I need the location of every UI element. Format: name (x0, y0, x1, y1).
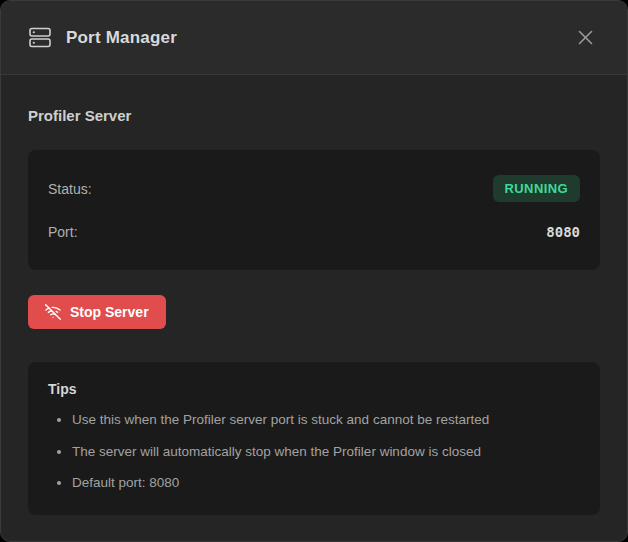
tips-heading: Tips (48, 381, 580, 397)
port-manager-dialog: Port Manager Profiler Server Status: RUN… (0, 0, 628, 542)
stop-server-button[interactable]: Stop Server (28, 295, 166, 329)
stop-server-label: Stop Server (70, 304, 149, 320)
tips-panel: Tips Use this when the Profiler server p… (28, 362, 600, 515)
section-heading: Profiler Server (28, 107, 600, 124)
port-label: Port: (48, 224, 78, 240)
status-label: Status: (48, 181, 92, 197)
status-row: Status: RUNNING (48, 174, 580, 203)
window-title: Port Manager (66, 28, 177, 48)
dialog-body: Profiler Server Status: RUNNING Port: 80… (1, 75, 627, 515)
status-badge: RUNNING (493, 175, 580, 202)
port-value: 8080 (546, 224, 580, 240)
close-button[interactable] (571, 24, 599, 52)
status-panel: Status: RUNNING Port: 8080 (28, 150, 600, 270)
tip-item: Use this when the Profiler server port i… (72, 410, 580, 430)
tip-item: The server will automatically stop when … (72, 442, 580, 462)
disconnect-icon (45, 304, 61, 320)
close-icon (577, 29, 594, 46)
tip-item: Default port: 8080 (72, 473, 580, 493)
server-stack-icon (29, 27, 51, 48)
tips-list: Use this when the Profiler server port i… (48, 410, 580, 493)
titlebar: Port Manager (1, 1, 627, 75)
port-row: Port: 8080 (48, 217, 580, 246)
